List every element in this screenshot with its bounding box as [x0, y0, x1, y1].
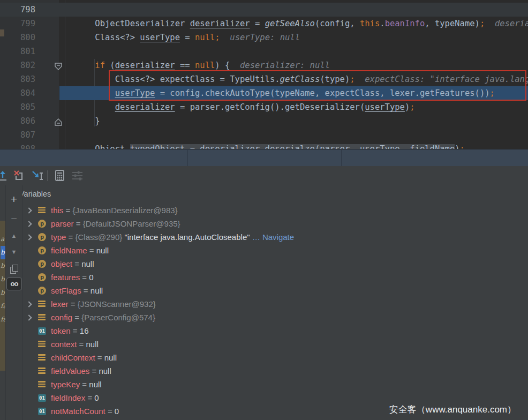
line-number[interactable]: 807 [0, 128, 35, 142]
move-down-icon[interactable]: ▼ [6, 249, 22, 255]
code-text: } [75, 114, 528, 128]
expand-chevron-icon[interactable] [26, 234, 32, 240]
code-line-801[interactable]: 801 [0, 44, 528, 58]
move-up-icon[interactable]: ▲ [6, 232, 22, 239]
duplicate-icon[interactable] [6, 265, 22, 273]
variable-row-typeKey[interactable]: typeKey = null [21, 378, 528, 391]
frame-item-fragment[interactable]: a [1, 232, 5, 246]
line-number[interactable]: 798 [0, 3, 35, 17]
step-out-icon[interactable] [0, 169, 9, 182]
line-number[interactable]: 801 [0, 44, 35, 58]
variable-text: typeKey = null [51, 378, 102, 391]
variable-value: null [90, 286, 103, 295]
expand-chevron-icon[interactable] [26, 314, 32, 320]
variable-value: null [89, 380, 101, 389]
code-line-799[interactable]: 799 ObjectDeserializer deserializer = ge… [0, 17, 528, 31]
variable-text: object = null [51, 257, 94, 271]
variable-text: config = {ParserConfig@574} [51, 311, 155, 324]
variable-name: fieldName [51, 246, 87, 255]
code-line-806[interactable]: 806 } [0, 114, 528, 128]
variable-name: token [51, 326, 71, 335]
variable-row-fieldName[interactable]: pfieldName = null [21, 244, 528, 257]
variable-value: 0 [115, 407, 119, 416]
variable-text: fieldName = null [51, 244, 109, 257]
primitive-icon: 01 [38, 394, 46, 402]
line-number[interactable]: 799 [0, 17, 35, 31]
parameter-icon: p [38, 260, 46, 268]
line-number[interactable]: 800 [0, 31, 35, 44]
variable-row-config[interactable]: config = {ParserConfig@574} [21, 311, 528, 324]
frame-item-fragment[interactable]: b [1, 259, 5, 273]
variable-text: this = {JavaBeanDeserializer@983} [51, 204, 178, 217]
variable-row-lexer[interactable]: lexer = {JSONScanner@932} [21, 297, 528, 311]
code-line-800[interactable]: 800 Class<?> userType = null; userType: … [0, 31, 528, 44]
code-line-808[interactable]: 808 Object typedObject = deserializer.de… [0, 142, 528, 149]
variable-text: context = null [51, 338, 99, 351]
line-number[interactable]: 808 [0, 142, 35, 149]
expand-chevron-icon[interactable] [26, 207, 32, 213]
code-line-805[interactable]: 805 deserializer = parser.getConfig().ge… [0, 100, 528, 114]
variable-name: typeKey [51, 380, 80, 389]
variable-row-childContext[interactable]: childContext = null [21, 351, 528, 364]
parameter-icon: p [38, 233, 46, 241]
expand-chevron-icon[interactable] [26, 301, 32, 307]
variable-row-parser[interactable]: pparser = {DefaultJSONParser@935} [21, 217, 528, 230]
frame-item-fragment[interactable]: fa [1, 299, 5, 313]
frame-item-fragment[interactable]: b [1, 273, 5, 286]
filter-icon[interactable] [71, 169, 84, 182]
navigate-link[interactable]: Navigate [260, 232, 294, 242]
show-watches-icon[interactable]: oo [6, 278, 22, 290]
code-line-807[interactable]: 807 [0, 128, 528, 142]
annotation-highlight-box [109, 70, 526, 101]
parameter-icon: p [38, 220, 46, 228]
variable-name: this [51, 206, 63, 215]
variable-value: null [99, 366, 111, 376]
line-number[interactable]: 803 [0, 72, 35, 86]
frame-item-fragment[interactable]: fa [1, 313, 5, 326]
frames-strip[interactable]: abbbbfafa [0, 185, 5, 420]
parameter-icon: p [38, 287, 46, 295]
variable-text: fieldIndex = 0 [51, 391, 99, 404]
line-number[interactable]: 802 [0, 58, 35, 72]
variable-reference: {JSONScanner@932} [78, 299, 156, 309]
variable-value: null [104, 353, 117, 362]
variable-row-fieldIndex[interactable]: 01fieldIndex = 0 [21, 391, 528, 404]
variable-value: null [96, 246, 109, 255]
fold-start-icon[interactable] [54, 61, 63, 75]
fold-end-icon[interactable] [54, 117, 63, 131]
variable-row-type[interactable]: ptype = {Class@290} "interface java.lang… [21, 230, 528, 244]
run-to-cursor-icon[interactable] [31, 169, 44, 182]
variable-text: type = {Class@290} "interface java.lang.… [51, 230, 294, 244]
variables-panel-header[interactable]: Variables [5, 185, 528, 204]
variable-name: setFlags [51, 286, 81, 295]
field-icon [38, 381, 46, 388]
evaluate-expression-icon[interactable] [54, 169, 66, 182]
drop-frame-icon[interactable] [13, 169, 26, 182]
expand-chevron-icon[interactable] [26, 221, 32, 227]
variable-row-setFlags[interactable]: psetFlags = null [21, 284, 528, 297]
field-icon [38, 207, 46, 214]
frame-item-fragment[interactable]: b [1, 286, 5, 299]
variable-row-this[interactable]: this = {JavaBeanDeserializer@983} [21, 204, 528, 217]
variable-name: type [51, 232, 66, 242]
code-editor[interactable]: 798799 ObjectDeserializer deserializer =… [0, 0, 528, 149]
variable-reference: {JavaBeanDeserializer@983} [72, 206, 177, 215]
parameter-icon: p [38, 273, 46, 281]
variable-text: lexer = {JSONScanner@932} [51, 297, 156, 311]
code-line-798[interactable]: 798 [0, 3, 528, 17]
variable-row-object[interactable]: pobject = null [21, 257, 528, 271]
band-separator [187, 150, 188, 167]
line-number[interactable]: 805 [0, 100, 35, 114]
add-watch-icon[interactable]: + [6, 194, 22, 205]
remove-watch-icon[interactable]: − [6, 213, 22, 224]
variable-reference: {Class@290} [75, 232, 122, 242]
field-icon [38, 368, 46, 374]
variable-row-fieldValues[interactable]: fieldValues = null [21, 364, 528, 378]
line-number[interactable]: 804 [0, 86, 35, 100]
variable-row-context[interactable]: context = null [21, 338, 528, 351]
field-icon [38, 314, 46, 321]
variable-row-features[interactable]: pfeatures = 0 [21, 271, 528, 284]
line-number[interactable]: 806 [0, 114, 35, 128]
variable-name: notMatchCount [51, 407, 105, 416]
variable-row-token[interactable]: 01token = 16 [21, 324, 528, 338]
